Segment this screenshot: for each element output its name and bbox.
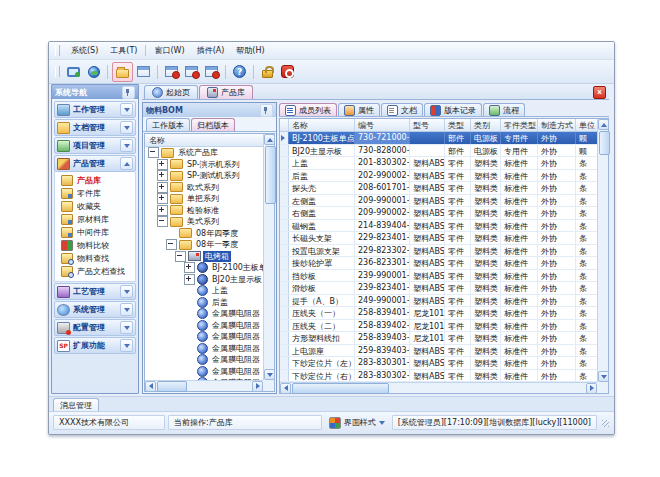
tab-version-history[interactable]: 版本记录 <box>424 103 482 116</box>
table-row[interactable]: 左侧盖209-990001-01X塑料ABS零件塑料类标准件外协条 <box>280 195 597 208</box>
column-header[interactable]: 制造方式 <box>538 119 576 131</box>
tab-documents[interactable]: 文档 <box>381 103 423 116</box>
column-header[interactable]: 编号 <box>355 119 410 131</box>
tree-expander[interactable] <box>157 159 168 170</box>
table-row[interactable]: BJ20主显示板730-828000-04X部件电源板专用件外协颗 <box>280 145 597 158</box>
win-toolbar-button[interactable] <box>182 63 201 81</box>
table-row[interactable]: 后盖202-990002-01X塑料ABS零件塑料类标准件外协条 <box>280 170 597 183</box>
table-row[interactable]: 探头壳208-601701-01X塑料ABS零件塑料类标准件外协条 <box>280 182 597 195</box>
chevron-down-icon[interactable] <box>120 139 133 152</box>
table-row[interactable]: 投置电源支架229-823302-00X塑料ABS零件塑料类标准件外协条 <box>280 245 597 258</box>
tree-node[interactable]: 后盖 <box>145 297 263 309</box>
tree-column-header[interactable]: 名称 <box>145 134 263 147</box>
win-toolbar-button[interactable] <box>202 63 221 81</box>
lock-toolbar-button[interactable] <box>258 63 277 81</box>
tree-node[interactable]: 08年一季度 <box>145 239 263 251</box>
sidebar-item-favorites[interactable]: 收藏夹 <box>61 200 135 213</box>
tree-node[interactable]: 金属膜电阻器 <box>145 331 263 343</box>
table-row[interactable]: 方形塑料线扣258-839403-00X尼龙1010零件塑料类标准件外协条 <box>280 332 597 345</box>
tree-node[interactable]: 金属膜电阻器 <box>145 366 263 378</box>
tab-version[interactable]: 归档版本 <box>191 118 235 131</box>
tree-node[interactable]: 欧式系列 <box>145 182 263 194</box>
sidebar-item-parts-lib[interactable]: 零件库 <box>61 187 135 200</box>
tree-expander[interactable] <box>184 262 195 273</box>
tree-expander[interactable] <box>157 205 168 216</box>
scrollbar-thumb[interactable] <box>292 383 389 394</box>
chevron-down-icon[interactable] <box>120 303 133 316</box>
sidebar-item-raw-material-lib[interactable]: 原材料库 <box>61 213 135 226</box>
sidebar-section-system-mgmt[interactable]: 系统管理 <box>54 301 136 318</box>
tree-node[interactable]: 金属膜电阻器 <box>145 354 263 366</box>
tree-node[interactable]: 金属膜电阻器 <box>145 320 263 332</box>
table-row[interactable]: BJ-2100主板单点730-721000-12X部件电源板专用件外协颗 <box>280 132 597 145</box>
chevron-down-icon[interactable] <box>120 103 133 116</box>
scroll-down-button[interactable] <box>598 371 609 382</box>
table-row[interactable]: 下纱定位片（左）283-830301-00X塑料ABS零件塑料类标准件外协条 <box>280 357 597 370</box>
tab-message-management[interactable]: 消息管理 <box>53 398 99 411</box>
column-header[interactable]: 型号 <box>410 119 445 131</box>
tree-node[interactable]: BJ-2100主板单点 <box>145 262 263 274</box>
chevron-down-icon[interactable] <box>120 285 133 298</box>
sidebar-item-material-compare[interactable]: 物料比较 <box>61 239 135 252</box>
resize-grip[interactable] <box>600 418 610 428</box>
scroll-up-button[interactable] <box>264 134 275 145</box>
chevron-down-icon[interactable] <box>120 339 133 352</box>
column-header[interactable]: 名称 <box>289 119 355 131</box>
sidebar-section-product-mgmt[interactable]: 产品管理 <box>54 155 136 172</box>
close-tab-icon[interactable]: x <box>593 86 606 99</box>
scroll-right-button[interactable] <box>586 383 597 394</box>
table-vertical-scrollbar[interactable] <box>597 119 608 382</box>
sidebar-section-project-mgmt[interactable]: 项目管理 <box>54 137 136 154</box>
table-row[interactable]: 压线夹（一）258-839401-00X尼龙1010零件塑料类标准件外协条 <box>280 307 597 320</box>
tree-expander[interactable] <box>157 170 168 181</box>
table-row[interactable]: 提手（A、B）249-990001-01X塑料ABS零件塑料类标准件外协条 <box>280 295 597 308</box>
sidebar-item-product-lib[interactable]: 产品库 <box>61 174 135 187</box>
tree-expander[interactable] <box>166 239 177 250</box>
table-row[interactable]: 挡纱板239-990001-01X塑料ABS零件塑料类标准件外协条 <box>280 270 597 283</box>
table-horizontal-scrollbar[interactable] <box>280 382 597 393</box>
monitor-toolbar-button[interactable] <box>64 63 83 81</box>
tree-expander[interactable] <box>184 274 195 285</box>
sidebar-section-process-mgmt[interactable]: 工艺管理 <box>54 283 136 300</box>
menu-item[interactable]: 工具(T) <box>104 44 143 57</box>
table-row[interactable]: 上电源座259-839403-00X塑料ABS零件塑料类标准件外协条 <box>280 345 597 358</box>
pin-icon[interactable] <box>122 86 135 99</box>
folder-toolbar-button[interactable] <box>112 62 133 82</box>
grid-toolbar-button[interactable] <box>134 63 153 81</box>
sidebar-section-extension[interactable]: SP扩展功能 <box>54 337 136 354</box>
table-row[interactable]: 长磁头支架229-823401-00X塑料ABS零件塑料类标准件外协条 <box>280 232 597 245</box>
tree-node[interactable]: 检验标准 <box>145 205 263 217</box>
tree-node[interactable]: SP-测试机系列 <box>145 170 263 182</box>
menu-item[interactable]: 帮助(H) <box>230 44 270 57</box>
ui-style-button[interactable]: 界面样式 <box>325 416 389 429</box>
column-header[interactable]: 类型 <box>445 119 471 131</box>
menu-item[interactable]: 系统(S) <box>65 44 104 57</box>
tree-node[interactable]: 金属膜电阻器 <box>145 343 263 355</box>
power-toolbar-button[interactable] <box>278 63 297 81</box>
table-row[interactable]: 压线夹（二）258-839402-00X尼龙1010零件塑料类标准件外协条 <box>280 320 597 333</box>
globe-toolbar-button[interactable] <box>84 63 103 81</box>
chevron-down-icon[interactable] <box>120 121 133 134</box>
sidebar-item-product-doc-find[interactable]: 产品文档查找 <box>61 265 135 278</box>
table-row[interactable]: 滑纱板239-823401-00X塑料ABS零件塑料类标准件外协条 <box>280 282 597 295</box>
column-header[interactable]: 类别 <box>471 119 501 131</box>
tree-node[interactable]: SP-演示机系列 <box>145 159 263 171</box>
tree-node[interactable]: 金属膜电阻器 <box>145 308 263 320</box>
tree-node[interactable]: 上盖 <box>145 285 263 297</box>
tree-node[interactable]: BJ20主显示板 <box>145 274 263 286</box>
table-row[interactable]: 下纱定位片（右）283-830302-00X塑料ABS零件塑料类标准件外协条 <box>280 370 597 383</box>
scroll-right-button[interactable] <box>252 381 263 392</box>
tab-members[interactable]: 成员列表 <box>279 103 337 116</box>
sidebar-section-config-mgmt[interactable]: 配置管理 <box>54 319 136 336</box>
scroll-down-button[interactable] <box>264 369 275 380</box>
menu-item[interactable]: 窗口(W) <box>148 44 190 57</box>
win-toolbar-button[interactable] <box>162 63 181 81</box>
sidebar-item-intermediate-lib[interactable]: 中间件库 <box>61 226 135 239</box>
tree-horizontal-scrollbar[interactable] <box>145 380 263 391</box>
column-header[interactable]: 零件类型 <box>501 119 538 131</box>
tree-expander[interactable] <box>157 193 168 204</box>
chevron-down-icon[interactable] <box>120 321 133 334</box>
table-row[interactable]: 上盖201-830302-00X塑料ABS零件塑料类标准件外协条 <box>280 157 597 170</box>
tree-node[interactable]: 08年四季度 <box>145 228 263 240</box>
tree-expander[interactable] <box>175 251 186 262</box>
